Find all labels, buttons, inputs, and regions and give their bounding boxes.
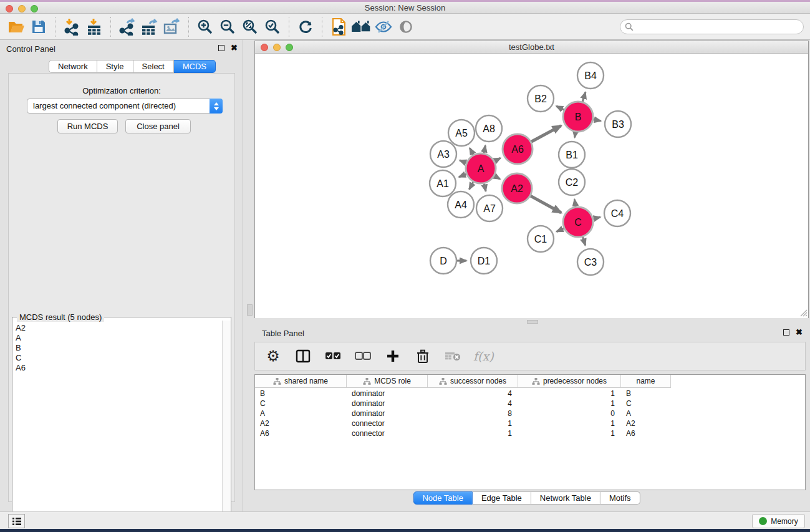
graph-node-A2[interactable]: A2 bbox=[502, 173, 532, 203]
graph-node-B3[interactable]: B3 bbox=[605, 111, 631, 137]
graph-node-A8[interactable]: A8 bbox=[476, 115, 502, 142]
graph-node-D[interactable]: D bbox=[430, 248, 456, 274]
tree-hierarchy-icon bbox=[273, 377, 281, 385]
table-close-panel-icon[interactable]: ✖ bbox=[796, 329, 803, 336]
search-field[interactable] bbox=[620, 19, 804, 34]
task-history-button[interactable] bbox=[8, 514, 25, 528]
hide-graphics-details-icon[interactable] bbox=[372, 16, 395, 37]
apply-function-icon[interactable]: f(x) bbox=[473, 347, 494, 365]
graph-node-A3[interactable]: A3 bbox=[430, 141, 456, 167]
network-canvas[interactable]: B4B2BB3A8A5A6A3B1AC2A1A2A4A7C4CC1DD1C3 bbox=[255, 54, 808, 318]
close-panel-button[interactable]: Close panel bbox=[125, 119, 191, 133]
close-panel-icon[interactable]: ✖ bbox=[231, 45, 238, 51]
result-item[interactable]: C bbox=[16, 353, 221, 363]
graph-node-C1[interactable]: C1 bbox=[528, 226, 554, 252]
graph-node-B2[interactable]: B2 bbox=[528, 85, 554, 112]
window-title: Session: New Session bbox=[0, 3, 810, 12]
edge-A-A8 bbox=[484, 145, 485, 153]
graph-node-C4[interactable]: C4 bbox=[604, 200, 630, 226]
graph-node-A1[interactable]: A1 bbox=[430, 170, 456, 196]
graph-node-B[interactable]: B bbox=[563, 102, 593, 132]
cell: 1 bbox=[518, 389, 621, 399]
zoom-selected-icon[interactable] bbox=[261, 16, 284, 37]
toggle-columns-icon[interactable] bbox=[294, 347, 312, 365]
graph-node-A[interactable]: A bbox=[466, 153, 496, 183]
column-header-predecessor-nodes[interactable]: predecessor nodes bbox=[518, 375, 621, 388]
column-header-shared-name[interactable]: shared name bbox=[255, 375, 347, 388]
home-networks-icon[interactable] bbox=[350, 16, 372, 37]
result-item[interactable]: A2 bbox=[16, 323, 221, 333]
desktop-background bbox=[0, 529, 810, 532]
table-tab-motifs[interactable]: Motifs bbox=[600, 491, 640, 505]
result-item[interactable]: B bbox=[16, 343, 221, 353]
horizontal-splitter-handle[interactable] bbox=[527, 320, 538, 324]
tab-network[interactable]: Network bbox=[49, 60, 97, 73]
table-float-panel-icon[interactable] bbox=[783, 329, 789, 336]
graph-node-C3[interactable]: C3 bbox=[577, 249, 604, 275]
zoom-fit-icon[interactable] bbox=[239, 16, 261, 37]
import-table-icon[interactable] bbox=[83, 16, 105, 37]
select-all-icon[interactable] bbox=[324, 347, 342, 365]
new-network-document-icon[interactable] bbox=[327, 16, 350, 37]
column-header-mcds-role[interactable]: MCDS role bbox=[347, 375, 428, 388]
graph-node-B4[interactable]: B4 bbox=[577, 62, 604, 89]
table-settings-icon[interactable]: ⚙ bbox=[264, 347, 282, 365]
table-row-a6[interactable]: A6connector11A6 bbox=[255, 428, 805, 438]
refresh-icon[interactable] bbox=[294, 16, 317, 37]
graph-node-B1[interactable]: B1 bbox=[559, 142, 585, 168]
tab-mcds[interactable]: MCDS bbox=[174, 60, 216, 73]
column-header-name[interactable]: name bbox=[621, 375, 671, 388]
tab-style[interactable]: Style bbox=[97, 60, 133, 73]
vertical-splitter-handle[interactable] bbox=[247, 304, 253, 316]
graph-node-C[interactable]: C bbox=[563, 207, 593, 237]
export-table-icon[interactable] bbox=[138, 16, 161, 37]
mcds-result-group: MCDS result (5 nodes) A2ABCA6 bbox=[12, 317, 231, 529]
table-row-a[interactable]: Adominator80A bbox=[255, 409, 805, 418]
resize-grip-icon[interactable] bbox=[799, 309, 808, 317]
memory-button[interactable]: Memory bbox=[752, 514, 805, 528]
result-scrollbar[interactable] bbox=[222, 321, 231, 528]
delete-row-icon[interactable] bbox=[413, 347, 432, 365]
result-item[interactable]: A6 bbox=[16, 363, 221, 373]
table-tab-node-table[interactable]: Node Table bbox=[413, 491, 473, 505]
export-network-icon[interactable] bbox=[116, 16, 138, 37]
table-row-a2[interactable]: A2connector11A2 bbox=[255, 418, 805, 428]
import-network-icon[interactable] bbox=[60, 16, 83, 37]
show-eye-icon[interactable] bbox=[395, 16, 417, 37]
svg-text:C4: C4 bbox=[611, 208, 624, 219]
deselect-all-icon[interactable] bbox=[354, 347, 372, 365]
column-label: successor nodes bbox=[450, 377, 506, 385]
criterion-dropdown[interactable]: largest connected component (directed) bbox=[27, 99, 223, 114]
column-header-successor-nodes[interactable]: successor nodes bbox=[428, 375, 518, 388]
cell: 1 bbox=[518, 428, 621, 438]
tab-select[interactable]: Select bbox=[133, 60, 174, 73]
zoom-in-icon[interactable] bbox=[194, 16, 216, 37]
table-tab-network-table[interactable]: Network Table bbox=[531, 491, 600, 505]
svg-text:B4: B4 bbox=[584, 70, 597, 81]
export-image-icon[interactable] bbox=[161, 16, 183, 37]
graph-node-C2[interactable]: C2 bbox=[559, 169, 585, 195]
table-row-c[interactable]: Cdominator41C bbox=[255, 399, 805, 409]
float-panel-icon[interactable] bbox=[218, 45, 224, 51]
edge-A-A7 bbox=[484, 183, 486, 191]
delete-table-icon[interactable] bbox=[443, 347, 462, 365]
search-input[interactable] bbox=[634, 22, 803, 32]
graph-node-A7[interactable]: A7 bbox=[476, 195, 503, 221]
add-row-icon[interactable] bbox=[383, 347, 402, 365]
svg-text:B3: B3 bbox=[612, 119, 624, 130]
table-tab-edge-table[interactable]: Edge Table bbox=[473, 491, 531, 505]
result-item[interactable]: A bbox=[16, 333, 221, 343]
graph-node-A5[interactable]: A5 bbox=[448, 120, 475, 146]
open-session-icon[interactable] bbox=[5, 16, 27, 37]
cell: 1 bbox=[518, 418, 621, 428]
table-type-tabs: Node TableEdge TableNetwork TableMotifs bbox=[413, 491, 640, 505]
svg-text:D1: D1 bbox=[478, 256, 491, 266]
zoom-out-icon[interactable] bbox=[216, 16, 239, 37]
graph-node-A4[interactable]: A4 bbox=[448, 191, 474, 218]
graph-node-A6[interactable]: A6 bbox=[503, 134, 533, 164]
table-row-b[interactable]: Bdominator41B bbox=[255, 389, 805, 399]
graph-node-D1[interactable]: D1 bbox=[471, 248, 497, 274]
run-mcds-button[interactable]: Run MCDS bbox=[57, 119, 118, 133]
save-session-icon[interactable] bbox=[27, 16, 50, 37]
cell: connector bbox=[347, 428, 428, 438]
